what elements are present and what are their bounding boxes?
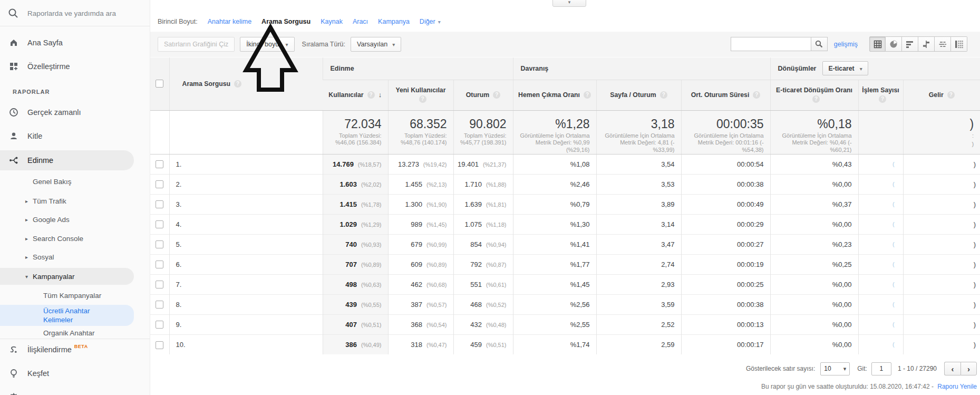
row-index: 6. (176, 261, 182, 268)
ecommerce-conversion-rate-cell: %0,43 (770, 154, 858, 174)
transactions-cell: ( (858, 254, 903, 274)
table-search-button[interactable] (811, 37, 828, 51)
row-checkbox[interactable] (156, 220, 163, 228)
row-checkbox[interactable] (156, 341, 163, 349)
help-icon[interactable] (753, 91, 760, 99)
performance-view-button[interactable] (902, 36, 918, 52)
help-icon[interactable] (947, 91, 955, 99)
percentage-view-button[interactable] (886, 36, 902, 52)
comparison-view-button[interactable] (918, 36, 935, 52)
column-header-bounce-rate[interactable]: Hemen Çıkma Oranı (513, 80, 596, 110)
column-header-transactions[interactable]: İşlem Sayısı (858, 80, 903, 110)
help-icon[interactable] (584, 91, 591, 99)
table-toolbar: Satırların Grafiğini Çiz İkincil boyut S… (150, 32, 980, 57)
sidebar-item-overview[interactable]: Genel Bakış (0, 174, 150, 189)
divider (0, 339, 150, 339)
row-checkbox[interactable] (156, 261, 163, 268)
sidebar-item-organic-keywords[interactable]: Organik Anahtar (0, 327, 150, 339)
row-checkbox[interactable] (156, 240, 163, 248)
bounce-rate-cell: %1,45 (513, 274, 596, 294)
person-icon (8, 131, 20, 141)
pivot-view-button[interactable] (951, 36, 967, 52)
column-header-new-users[interactable]: Yeni Kullanıcılar (388, 80, 453, 110)
sidebar-item-admin[interactable] (0, 387, 150, 395)
sidebar-item-realtime[interactable]: Gerçek zamanlı (0, 102, 150, 122)
revenue-cell: ) (903, 334, 980, 354)
sort-desc-icon (375, 91, 382, 99)
help-icon[interactable] (493, 91, 500, 99)
search-icon (7, 7, 19, 19)
bounce-rate-cell: %1,74 (513, 334, 596, 354)
plot-rows-button[interactable]: Satırların Grafiğini Çiz (158, 37, 235, 52)
select-all-checkbox[interactable] (156, 80, 163, 88)
row-checkbox[interactable] (156, 301, 163, 309)
sort-type-select[interactable]: Varsayılan (351, 37, 401, 52)
column-header-ecommerce-conversion-rate[interactable]: E-ticaret Dönüşüm Oranı (770, 80, 858, 110)
dimension-link-other[interactable]: Diğer (420, 18, 441, 25)
term-cloud-view-button[interactable] (935, 36, 951, 52)
next-page-button[interactable]: › (960, 362, 977, 375)
secondary-dimension-button[interactable]: İkincil boyut (240, 37, 294, 52)
summary-dimension-cell (169, 110, 323, 154)
row-checkbox[interactable] (156, 321, 163, 329)
table-row: 6. 707(%0,89) 609(%0,89) 792(%0,87) %1,7… (150, 254, 980, 274)
chevron-right-icon: › (967, 364, 970, 373)
column-header-pages-per-session[interactable]: Sayfa / Oturum (596, 80, 681, 110)
sidebar-item-attribution[interactable]: İlişkilendirme BETA (0, 340, 150, 360)
help-icon[interactable] (367, 91, 375, 99)
dimension-link-medium[interactable]: Aracı (353, 18, 368, 25)
previous-page-button[interactable]: ‹ (944, 362, 960, 375)
new-users-cell: 13.273(%19,42) (388, 154, 453, 174)
row-checkbox[interactable] (156, 281, 163, 288)
goto-page-input[interactable] (871, 362, 891, 375)
avg-session-duration-cell: 00:00:19 (681, 254, 770, 274)
sidebar-search[interactable] (0, 4, 150, 22)
ecommerce-conversion-rate-cell: %0,25 (770, 254, 858, 274)
advanced-search-link[interactable]: gelişmiş (834, 41, 858, 48)
summary-spacer (150, 110, 169, 154)
column-header-search-query[interactable]: Arama Sorgusu (169, 57, 323, 110)
sidebar-item-customization[interactable]: Özelleştirme (0, 56, 150, 76)
sidebar-search-input[interactable] (27, 9, 143, 17)
new-users-cell: 387(%0,57) (388, 294, 453, 314)
help-icon[interactable] (660, 91, 667, 99)
sidebar-item-campaigns[interactable]: ▾ Kampanyalar (0, 268, 134, 285)
column-header-revenue[interactable]: Gelir (903, 80, 980, 110)
sidebar-item-paid-keywords[interactable]: Ücretli Anahtar Kelimeler (0, 305, 134, 326)
column-header-sessions[interactable]: Oturum (453, 80, 513, 110)
conversions-goal-select[interactable]: E-ticaret (822, 61, 868, 75)
row-checkbox[interactable] (156, 160, 163, 168)
sidebar-item-all-campaigns[interactable]: Tüm Kampanyalar (0, 288, 150, 303)
select-all-cell (150, 57, 169, 110)
row-checkbox[interactable] (156, 200, 163, 208)
sidebar-item-discover[interactable]: Keşfet (0, 363, 150, 383)
table-search-input[interactable] (731, 37, 811, 51)
sidebar-item-home[interactable]: Ana Sayfa (0, 33, 150, 53)
dimension-link-source[interactable]: Kaynak (321, 18, 343, 25)
dimension-link-keyword[interactable]: Anahtar kelime (208, 18, 251, 25)
help-icon[interactable] (879, 95, 886, 103)
rows-per-page-select[interactable]: 10 (820, 362, 850, 375)
dimension-link-campaign[interactable]: Kampanya (378, 18, 410, 25)
help-icon[interactable] (234, 80, 241, 88)
sidebar-item-google-ads[interactable]: ▸ Google Ads (0, 212, 150, 227)
sidebar-item-search-console[interactable]: ▸ Search Console (0, 231, 150, 246)
help-icon[interactable] (419, 95, 426, 103)
sidebar-item-audience[interactable]: Kitle (0, 126, 150, 146)
sidebar-item-all-traffic[interactable]: ▸ Tüm Trafik (0, 194, 150, 208)
row-checkbox[interactable] (156, 180, 163, 188)
refresh-report-link[interactable]: Raporu Yenile (937, 383, 977, 390)
sidebar-item-acquisition[interactable]: Edinme (0, 150, 134, 170)
table-view-button[interactable] (869, 36, 886, 52)
sidebar-item-social[interactable]: ▸ Sosyal (0, 249, 150, 264)
summary-transactions (858, 110, 903, 154)
help-icon[interactable] (812, 95, 820, 103)
dimension-link-search-query[interactable]: Arama Sorgusu (261, 18, 311, 25)
chart-collapse-button[interactable]: ▾ (552, 0, 586, 7)
row-index: 1. (176, 160, 182, 168)
column-header-avg-session-duration[interactable]: Ort. Oturum Süresi (681, 80, 770, 110)
column-header-users[interactable]: Kullanıcılar (323, 80, 388, 110)
table-row: 9. 407(%0,51) 368(%0,54) 432(%0,48) %2,5… (150, 314, 980, 334)
group-header-acquisition: Edinme (323, 57, 513, 80)
rows-per-page-label: Gösterilecek satır sayısı: (746, 365, 815, 372)
